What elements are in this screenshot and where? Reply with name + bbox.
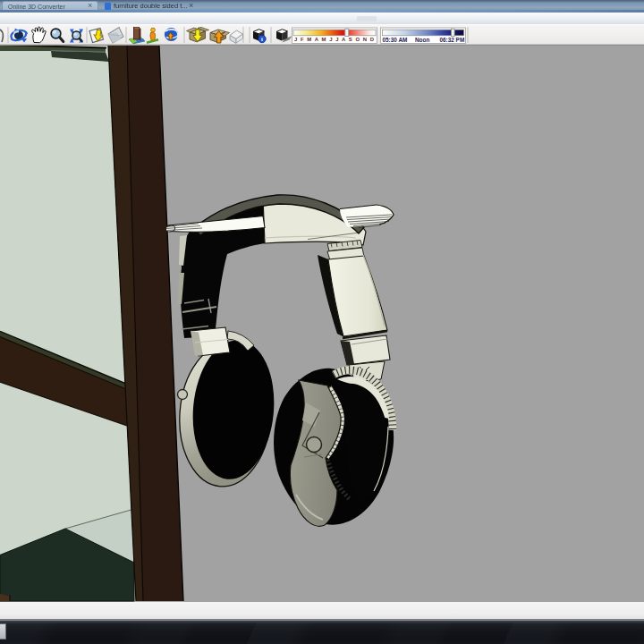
svg-text:J F M A M J J A S O N D: J F M A M J J A S O N D [294,37,375,42]
svg-text:06:32 PM: 06:32 PM [440,37,465,43]
svg-text:Noon: Noon [415,37,429,43]
svg-text:05:30 AM: 05:30 AM [383,37,408,43]
svg-text:i: i [261,36,263,42]
